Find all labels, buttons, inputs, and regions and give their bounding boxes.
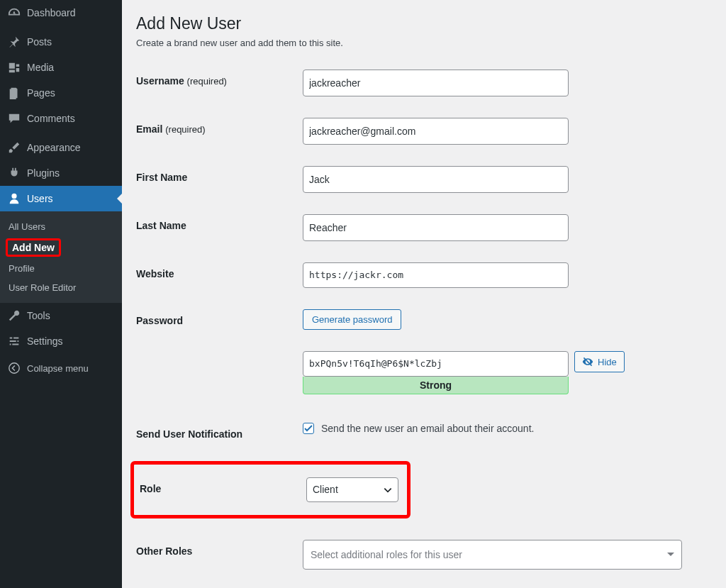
sidebar-item-users[interactable]: Users <box>0 186 122 211</box>
row-role: Role Client <box>134 477 400 502</box>
media-icon <box>7 60 21 74</box>
submenu-profile[interactable]: Profile <box>0 259 122 278</box>
sidebar-item-media[interactable]: Media <box>0 55 122 80</box>
row-website: Website <box>136 262 712 288</box>
sidebar-item-label: Media <box>27 62 54 73</box>
username-input[interactable] <box>303 70 569 96</box>
admin-sidebar: Dashboard Posts Media Pages Comments App… <box>0 0 122 588</box>
page-title: Add New User <box>136 14 712 33</box>
firstname-input[interactable] <box>303 166 569 193</box>
sidebar-item-label: Appearance <box>27 142 81 153</box>
sidebar-item-label: Posts <box>27 36 52 48</box>
collapse-menu[interactable]: Collapse menu <box>0 354 122 382</box>
main-content: Add New User Create a brand new user and… <box>122 0 726 588</box>
pin-icon <box>7 35 21 49</box>
role-highlight-box: Role Client <box>130 461 411 518</box>
collapse-icon <box>7 361 21 375</box>
dashboard-icon <box>7 6 21 20</box>
password-strength: Strong <box>303 377 569 394</box>
sidebar-item-dashboard[interactable]: Dashboard <box>0 0 122 26</box>
notification-label: Send User Notification <box>136 423 303 440</box>
sidebar-item-label: Plugins <box>27 167 60 179</box>
collapse-label: Collapse menu <box>27 363 89 374</box>
email-label: Email (required) <box>136 118 303 135</box>
password-input[interactable] <box>303 351 569 377</box>
sidebar-item-label: Settings <box>27 335 63 347</box>
eye-slash-icon <box>582 356 593 367</box>
generate-password-button[interactable]: Generate password <box>303 309 401 330</box>
sidebar-item-label: Tools <box>27 310 50 321</box>
row-email: Email (required) <box>136 118 712 145</box>
row-firstname: First Name <box>136 166 712 193</box>
role-select[interactable]: Client <box>306 477 398 502</box>
svg-point-0 <box>9 363 19 373</box>
hide-password-button[interactable]: Hide <box>574 351 625 372</box>
sidebar-item-label: Comments <box>27 113 75 124</box>
brush-icon <box>7 140 21 155</box>
role-label: Role <box>134 477 306 494</box>
caret-down-icon <box>667 551 674 558</box>
website-label: Website <box>136 262 303 279</box>
sliders-icon <box>7 334 21 348</box>
sidebar-item-posts[interactable]: Posts <box>0 29 122 55</box>
sidebar-item-settings[interactable]: Settings <box>0 328 122 354</box>
pages-icon <box>7 86 21 100</box>
sidebar-item-label: Pages <box>27 87 55 99</box>
row-username: Username (required) <box>136 70 712 96</box>
sidebar-item-label: Dashboard <box>27 7 76 18</box>
submenu-add-new[interactable]: Add New <box>6 238 61 257</box>
submenu-all-users[interactable]: All Users <box>0 217 122 236</box>
sidebar-item-tools[interactable]: Tools <box>0 303 122 328</box>
sidebar-item-appearance[interactable]: Appearance <box>0 135 122 160</box>
other-roles-select[interactable]: Select additional roles for this user <box>303 540 682 570</box>
sidebar-item-pages[interactable]: Pages <box>0 80 122 106</box>
sidebar-item-comments[interactable]: Comments <box>0 106 122 131</box>
sidebar-item-plugins[interactable]: Plugins <box>0 160 122 186</box>
plug-icon <box>7 166 21 180</box>
notification-checkbox-label[interactable]: Send the new user an email about their a… <box>303 423 712 434</box>
notification-checkbox[interactable] <box>303 423 314 434</box>
lastname-input[interactable] <box>303 214 569 241</box>
sidebar-item-label: Users <box>27 193 53 204</box>
page-subtitle: Create a brand new user and add them to … <box>136 38 712 48</box>
firstname-label: First Name <box>136 166 303 183</box>
website-input[interactable] <box>303 262 569 288</box>
username-label: Username (required) <box>136 70 303 87</box>
comment-icon <box>7 111 21 126</box>
users-submenu: All Users Add New Profile User Role Edit… <box>0 211 122 303</box>
submenu-user-role-editor[interactable]: User Role Editor <box>0 278 122 297</box>
email-input[interactable] <box>303 118 569 145</box>
row-notification: Send User Notification Send the new user… <box>136 423 712 440</box>
row-lastname: Last Name <box>136 214 712 241</box>
submenu-add-new-wrapper: Add New <box>0 236 122 259</box>
lastname-label: Last Name <box>136 214 303 231</box>
other-roles-label: Other Roles <box>136 540 303 557</box>
wrench-icon <box>7 309 21 323</box>
password-label: Password <box>136 309 303 326</box>
row-password: Password Generate password Strong Hide <box>136 309 712 394</box>
row-other-roles: Other Roles Select additional roles for … <box>136 540 712 570</box>
user-icon <box>7 192 21 206</box>
